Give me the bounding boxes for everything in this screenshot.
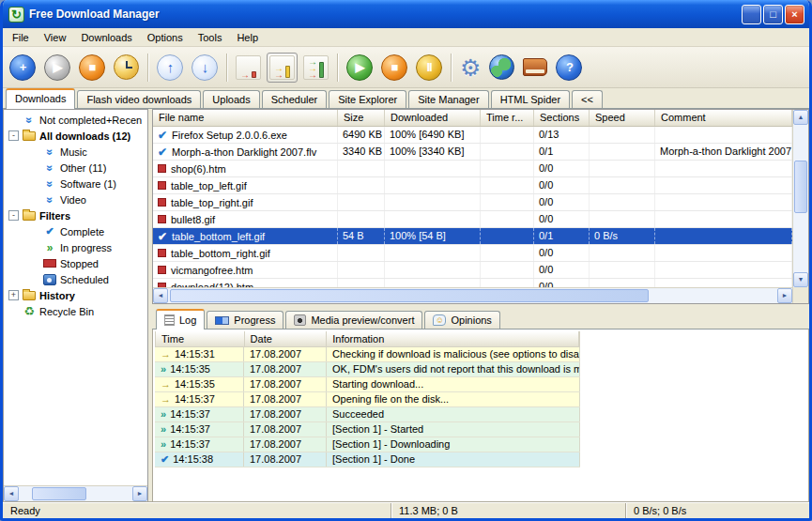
- log-column-header-time[interactable]: Time: [156, 331, 245, 346]
- download-row[interactable]: table_bottom_right.gif0/0: [153, 245, 792, 262]
- scroll-track[interactable]: [19, 486, 132, 501]
- sidebar-item-other-11[interactable]: »Other (11): [4, 160, 147, 176]
- menu-view[interactable]: View: [37, 30, 74, 45]
- speed-limit-medium-button[interactable]: →→: [267, 53, 298, 83]
- start-download-button[interactable]: ▶: [41, 52, 73, 84]
- minimize-button[interactable]: _: [742, 5, 761, 24]
- download-row[interactable]: shop(6).htm0/0: [153, 161, 792, 177]
- stop-download-button[interactable]: ■: [76, 52, 108, 84]
- speed-limit-light-button[interactable]: →: [233, 53, 264, 83]
- help-contents-button[interactable]: [520, 55, 550, 79]
- log-row[interactable]: »14:15:3717.08.2007[Section 1] - Downloa…: [155, 437, 580, 452]
- log-column-header-information[interactable]: Information: [327, 331, 579, 346]
- column-header-file-name[interactable]: File name: [153, 110, 338, 126]
- scroll-up-button[interactable]: ▲: [793, 110, 808, 125]
- log-row[interactable]: »14:15:3717.08.2007[Section 1] - Started: [155, 422, 580, 437]
- sidebar-horizontal-scrollbar[interactable]: ◄ ►: [4, 485, 147, 501]
- sidebar-item-scheduled[interactable]: Scheduled: [4, 271, 147, 287]
- tab-scheduler[interactable]: Scheduler: [262, 90, 328, 108]
- column-header-speed[interactable]: Speed: [590, 110, 655, 126]
- scroll-track[interactable]: [168, 288, 777, 303]
- download-row[interactable]: vicmangofree.htm0/0: [153, 262, 792, 279]
- download-row[interactable]: ✔Firefox Setup 2.0.0.6.exe6490 KB100% [6…: [153, 127, 792, 144]
- add-download-button[interactable]: +: [7, 52, 38, 84]
- sidebar-item-software-1[interactable]: »Software (1): [4, 176, 147, 192]
- cell-sections: 0/0: [534, 194, 590, 210]
- sidebar-item-complete[interactable]: ✔Complete: [4, 223, 147, 239]
- column-header-downloaded[interactable]: Downloaded: [385, 110, 481, 126]
- sidebar-item-recycle-bin[interactable]: ♻Recycle Bin: [4, 303, 147, 319]
- sidebar-item-filters[interactable]: -Filters: [4, 207, 147, 223]
- stop-all-button[interactable]: ■: [378, 52, 410, 84]
- tab-uploads[interactable]: Uploads: [203, 90, 259, 108]
- download-row[interactable]: bullet8.gif0/0: [153, 211, 792, 228]
- scroll-right-button[interactable]: ►: [777, 288, 792, 303]
- close-button[interactable]: ×: [785, 5, 804, 24]
- expander-icon[interactable]: -: [8, 130, 19, 141]
- expander-icon[interactable]: +: [8, 290, 19, 300]
- sidebar-item-all-downloads-12[interactable]: -All downloads (12): [4, 128, 147, 144]
- scroll-down-button[interactable]: ▼: [793, 272, 808, 287]
- downloads-horizontal-scrollbar[interactable]: ◄ ►: [153, 287, 792, 303]
- menu-help[interactable]: Help: [229, 30, 266, 45]
- sidebar-item-in-progress[interactable]: »In progress: [4, 239, 147, 255]
- scroll-track[interactable]: [793, 125, 808, 272]
- download-row[interactable]: table_top_left.gif0/0: [153, 177, 792, 194]
- pause-all-button[interactable]: II: [413, 52, 445, 84]
- column-header-time-r[interactable]: Time r...: [481, 110, 534, 126]
- scroll-thumb[interactable]: [32, 487, 86, 500]
- scroll-left-button[interactable]: ◄: [4, 486, 19, 501]
- about-button[interactable]: ?: [553, 52, 585, 84]
- log-row[interactable]: →14:15:3517.08.2007Starting download...: [155, 377, 580, 392]
- column-header-size[interactable]: Size: [338, 110, 385, 126]
- bottom-tab-media-preview-convert[interactable]: Media preview/convert: [285, 311, 422, 329]
- menu-file[interactable]: File: [5, 30, 37, 45]
- log-row[interactable]: »14:15:3717.08.2007Succeeded: [155, 407, 580, 422]
- downloads-vertical-scrollbar[interactable]: ▲ ▼: [792, 110, 808, 303]
- menu-options[interactable]: Options: [140, 30, 191, 45]
- bottom-tab-log[interactable]: Log: [156, 309, 205, 329]
- expander-icon[interactable]: -: [8, 210, 19, 221]
- tab-site-explorer[interactable]: Site Explorer: [329, 90, 406, 108]
- download-row[interactable]: ✔table_bottom_left.gif54 B100% [54 B]0/1…: [153, 228, 792, 245]
- bottom-tab-opinions[interactable]: ☺Opinions: [424, 311, 499, 329]
- options-button[interactable]: ⚙: [457, 53, 483, 83]
- app-window: ↻ Free Download Manager _ □ × FileViewDo…: [0, 0, 812, 521]
- tab-collapse-tabs[interactable]: <<: [572, 90, 603, 108]
- column-header-comment[interactable]: Comment: [655, 110, 792, 126]
- sidebar-item-video[interactable]: »Video: [4, 192, 147, 207]
- log-row[interactable]: »14:15:3517.08.2007OK, FDM's users did n…: [155, 362, 580, 377]
- sidebar-item-music[interactable]: »Music: [4, 144, 147, 160]
- speed-full-button[interactable]: →→→: [300, 53, 331, 83]
- scheduler-button[interactable]: [111, 52, 142, 83]
- menu-tools[interactable]: Tools: [191, 30, 230, 45]
- log-date-cell: 17.08.2007: [244, 452, 327, 467]
- download-row[interactable]: table_top_right.gif0/0: [153, 194, 792, 211]
- sidebar-item-not-completed-recen[interactable]: »Not completed+Recen: [4, 112, 147, 128]
- tab-html-spider[interactable]: HTML Spider: [491, 90, 570, 108]
- download-row[interactable]: ✔Morph-a-thon Darklight 2007.flv3340 KB1…: [153, 144, 792, 161]
- resume-all-button[interactable]: ▶: [344, 52, 375, 84]
- log-icon: [164, 314, 175, 326]
- maximize-button[interactable]: □: [763, 5, 783, 24]
- scroll-left-button[interactable]: ◄: [153, 288, 168, 303]
- move-down-button[interactable]: ↓: [189, 52, 221, 84]
- download-row[interactable]: download(12).htm0/0: [153, 279, 792, 287]
- log-column-header-date[interactable]: Date: [245, 331, 328, 346]
- tab-site-manager[interactable]: Site Manager: [408, 90, 488, 108]
- tab-downloads[interactable]: Downloads: [6, 88, 75, 109]
- sidebar-item-history[interactable]: +History: [4, 287, 147, 303]
- column-header-sections[interactable]: Sections: [534, 110, 590, 126]
- network-connection-button[interactable]: [486, 52, 517, 83]
- scroll-thumb[interactable]: [794, 161, 807, 213]
- scroll-thumb[interactable]: [170, 289, 649, 302]
- tab-flash-video-downloads[interactable]: Flash video downloads: [77, 90, 201, 108]
- scroll-right-button[interactable]: ►: [132, 486, 147, 501]
- log-row[interactable]: ✔14:15:3817.08.2007[Section 1] - Done: [155, 452, 580, 467]
- sidebar-item-stopped[interactable]: Stopped: [4, 255, 147, 271]
- log-row[interactable]: →14:15:3717.08.2007Opening file on the d…: [155, 392, 580, 407]
- log-row[interactable]: →14:15:3117.08.2007Checking if download …: [155, 347, 580, 362]
- bottom-tab-progress[interactable]: Progress: [207, 311, 283, 329]
- menu-downloads[interactable]: Downloads: [73, 30, 139, 45]
- move-up-button[interactable]: ↑: [154, 52, 186, 84]
